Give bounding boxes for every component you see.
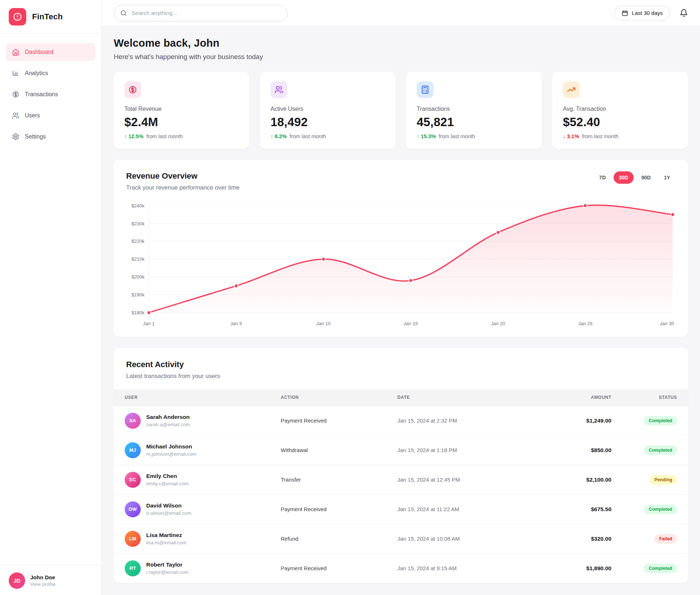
stat-value: 45,821 [417,115,531,129]
period-button-1y[interactable]: 1Y [658,171,676,184]
stat-value: $2.4M [124,115,239,129]
brand-name: FinTech [32,12,63,22]
date-cell: Jan 15, 2024 at 11:22 AM [397,506,532,512]
period-button-90d[interactable]: 90D [636,171,656,184]
stat-delta: ↑ 8.2% [271,133,287,139]
action-cell: Payment Received [281,565,397,571]
sidebar-item-label: Settings [25,133,46,140]
users-icon [12,112,19,119]
date-cell: Jan 15, 2024 at 10:08 AM [397,536,532,542]
sidebar-item-label: Dashboard [25,49,53,55]
sidebar-item-settings[interactable]: Settings [6,128,96,145]
brand: FinTech [0,0,101,34]
status-badge: Pending [650,475,677,485]
dollar-circle-icon [12,91,19,98]
period-button-7d[interactable]: 7D [594,171,611,184]
amount-cell: $2,100.00 [532,477,611,483]
date-range-label: Last 30 days [632,10,663,16]
stats-grid: Total Revenue $2.4M ↑ 12.5% from last mo… [114,72,688,149]
revenue-area-chart: $240k$230k$220k$210k$200k$190k$180kJan 1… [126,200,676,329]
svg-text:Jan 5: Jan 5 [230,321,242,326]
amount-cell: $1,249.00 [532,417,611,424]
svg-text:$210k: $210k [132,256,145,262]
sidebar-item-dashboard[interactable]: Dashboard [6,43,96,61]
table-row[interactable]: MJ Michael Johnson m.johnson@email.com W… [114,435,688,465]
stat-delta-note: from last month [582,133,618,139]
stat-card-total-revenue: Total Revenue $2.4M ↑ 12.5% from last mo… [114,72,249,149]
stat-card-transactions: Transactions 45,821 ↑ 15.3% from last mo… [406,72,542,149]
status-badge: Failed [654,534,677,544]
stat-delta-note: from last month [439,133,475,139]
avatar: DW [125,501,141,517]
notifications-button[interactable] [680,9,688,17]
action-cell: Payment Received [281,506,397,512]
sidebar: FinTech Dashboard Analytics Transactions… [0,0,102,595]
user-email: emily.c@email.com [146,481,188,486]
stat-icon-box [417,81,433,98]
stat-label: Active Users [271,106,385,112]
sidebar-item-users[interactable]: Users [6,107,96,124]
avatar: SA [125,413,141,429]
table-row[interactable]: RT Robert Taylor r.taylor@email.com Paym… [114,553,688,583]
stat-card-avg-transaction: Avg. Transaction $52.40 ↓ 3.1% from last… [552,72,688,149]
action-cell: Refund [281,536,397,542]
sidebar-item-analytics[interactable]: Analytics [6,65,96,82]
column-header-date: Date [397,395,532,400]
svg-text:$230k: $230k [132,221,145,226]
svg-text:Jan 20: Jan 20 [491,321,505,326]
stat-card-active-users: Active Users 18,492 ↑ 8.2% from last mon… [260,72,396,149]
stat-delta-note: from last month [146,133,183,139]
user-name: Robert Taylor [146,561,188,568]
sidebar-item-label: Analytics [25,70,48,77]
user-name: Lisa Martinez [146,532,186,538]
home-icon [12,48,19,56]
table-row[interactable]: EC Emily Chen emily.c@email.com Transfer… [114,465,688,494]
column-header-user: User [125,395,281,400]
revenue-overview-card: Revenue Overview Track your revenue perf… [114,160,688,337]
svg-text:$240k: $240k [132,203,145,209]
date-cell: Jan 15, 2024 at 9:15 AM [397,565,532,571]
trending-up-icon [567,85,576,94]
period-button-30d[interactable]: 30D [614,171,634,184]
svg-text:Jan 25: Jan 25 [578,321,592,326]
sidebar-item-transactions[interactable]: Transactions [6,86,96,103]
table-row[interactable]: LM Lisa Martinez lisa.m@email.com Refund… [114,524,688,553]
bar-chart-icon [12,70,19,77]
activity-subtitle: Latest transactions from your users [126,373,676,380]
profile-card[interactable]: JD John Doe View profile [0,565,101,595]
status-badge: Completed [644,446,677,455]
svg-text:$180k: $180k [132,310,145,315]
date-range-button[interactable]: Last 30 days [614,6,670,20]
search-input[interactable] [114,5,288,22]
stat-value: 18,492 [271,115,385,129]
amount-cell: $320.00 [532,536,611,542]
stat-delta: ↑ 15.3% [417,133,436,139]
status-badge: Completed [644,505,677,514]
column-header-status: Status [611,395,677,400]
amount-cell: $1,890.00 [532,565,611,572]
search-icon [120,9,127,18]
user-email: d.wilson@email.com [146,510,191,516]
calendar-icon [622,10,628,16]
stat-icon-box [124,81,141,98]
avatar: RT [125,560,141,576]
amount-cell: $675.50 [532,506,611,513]
avatar: MJ [125,442,141,458]
date-cell: Jan 15, 2024 at 1:18 PM [397,447,532,453]
dollar-circle-icon [128,85,137,94]
status-badge: Completed [644,416,677,425]
column-header-action: Action [281,395,397,400]
calculator-icon [421,85,429,94]
table-header: User Action Date Amount Status [114,389,688,406]
table-row[interactable]: SA Sarah Anderson sarah.a@email.com Paym… [114,406,688,435]
recent-activity-card: Recent Activity Latest transactions from… [114,348,688,583]
action-cell: Payment Received [281,417,397,424]
sidebar-item-label: Users [25,112,40,119]
date-cell: Jan 15, 2024 at 2:32 PM [397,417,532,424]
svg-text:Jan 10: Jan 10 [316,321,331,326]
activity-title: Recent Activity [126,360,676,369]
table-row[interactable]: DW David Wilson d.wilson@email.com Payme… [114,494,688,524]
svg-text:$220k: $220k [132,238,145,244]
page-subtitle: Here's what's happening with your busine… [114,53,688,61]
view-profile-link[interactable]: View profile [30,582,56,587]
